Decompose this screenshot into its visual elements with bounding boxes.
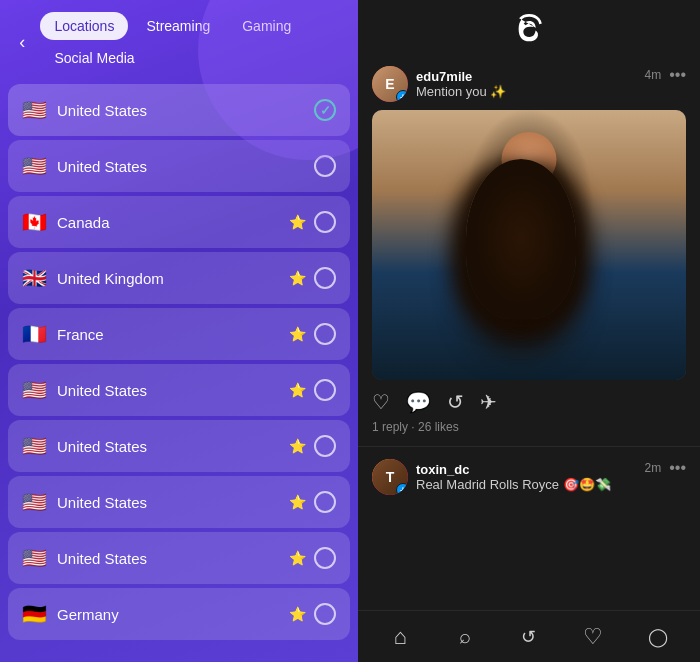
profile-nav-button[interactable]: ◯ (638, 617, 678, 657)
star-icon: ⭐ (289, 270, 306, 286)
check-icon[interactable] (314, 435, 336, 457)
check-icon[interactable] (314, 603, 336, 625)
flag-icon: 🇫🇷 (22, 322, 47, 346)
star-icon: ⭐ (289, 550, 306, 566)
flag-icon: 🇺🇸 (22, 434, 47, 458)
post-username: edu7mile (416, 69, 506, 84)
bottom-nav: ⌂ ⌕ ↺ ♡ ◯ (358, 610, 700, 662)
list-item[interactable]: 🇺🇸 United States ⭐ (8, 532, 350, 584)
more-options-button[interactable]: ••• (669, 459, 686, 477)
location-name: United States (57, 438, 147, 455)
tab-locations[interactable]: Locations (40, 12, 128, 40)
star-icon: ⭐ (289, 214, 306, 230)
list-item[interactable]: 🇺🇸 United States ⭐ (8, 364, 350, 416)
star-icon: ⭐ (289, 382, 306, 398)
right-panel: E + edu7mile Mention you ✨ 4m ••• (358, 0, 700, 662)
post-actions: ♡ 💬 ↺ ✈ (372, 390, 686, 414)
check-icon[interactable] (314, 491, 336, 513)
post-time: 4m (645, 68, 662, 82)
post-card: E + edu7mile Mention you ✨ 4m ••• (358, 54, 700, 447)
back-button[interactable]: ‹ (10, 27, 34, 57)
check-icon[interactable] (314, 155, 336, 177)
flag-icon: 🇨🇦 (22, 210, 47, 234)
list-item[interactable]: 🇩🇪 Germany ⭐ (8, 588, 350, 640)
location-name: United Kingdom (57, 270, 164, 287)
flag-icon: 🇺🇸 (22, 546, 47, 570)
check-icon[interactable] (314, 323, 336, 345)
flag-icon: 🇩🇪 (22, 602, 47, 626)
check-icon[interactable] (314, 547, 336, 569)
location-name: France (57, 326, 104, 343)
threads-logo (514, 14, 544, 44)
search-nav-button[interactable]: ⌕ (445, 617, 485, 657)
feed: E + edu7mile Mention you ✨ 4m ••• (358, 54, 700, 610)
share-button[interactable]: ✈ (480, 390, 497, 414)
post-image-fill (372, 110, 686, 380)
activity-nav-button[interactable]: ↺ (509, 617, 549, 657)
list-item[interactable]: 🇺🇸 United States (8, 140, 350, 192)
left-header: ‹ Locations Streaming Gaming Social Medi… (0, 0, 358, 80)
star-icon: ⭐ (289, 494, 306, 510)
flag-icon: 🇺🇸 (22, 490, 47, 514)
location-name: Canada (57, 214, 110, 231)
tab-streaming[interactable]: Streaming (132, 12, 224, 40)
star-icon: ⭐ (289, 326, 306, 342)
app-header (358, 0, 700, 54)
tab-social-media[interactable]: Social Media (40, 44, 148, 72)
more-options-button[interactable]: ••• (669, 66, 686, 84)
comment-button[interactable]: 💬 (406, 390, 431, 414)
check-icon[interactable] (314, 267, 336, 289)
post-caption: Mention you ✨ (416, 84, 506, 99)
likes-nav-button[interactable]: ♡ (573, 617, 613, 657)
list-item[interactable]: 🇺🇸 United States ⭐ (8, 476, 350, 528)
repost-button[interactable]: ↺ (447, 390, 464, 414)
flag-icon: 🇺🇸 (22, 154, 47, 178)
location-name: United States (57, 494, 147, 511)
post-image (372, 110, 686, 380)
tab-gaming[interactable]: Gaming (228, 12, 305, 40)
location-name: United States (57, 158, 147, 175)
post-header: E + edu7mile Mention you ✨ 4m ••• (372, 66, 686, 102)
check-icon[interactable] (314, 99, 336, 121)
post-time: 2m (645, 461, 662, 475)
list-item[interactable]: 🇬🇧 United Kingdom ⭐ (8, 252, 350, 304)
location-name: United States (57, 102, 147, 119)
star-icon: ⭐ (289, 438, 306, 454)
left-panel: ‹ Locations Streaming Gaming Social Medi… (0, 0, 358, 662)
follow-plus-icon: + (396, 483, 408, 495)
list-item[interactable]: 🇫🇷 France ⭐ (8, 308, 350, 360)
location-name: United States (57, 382, 147, 399)
location-list: 🇺🇸 United States 🇺🇸 United States 🇨🇦 Can… (0, 80, 358, 662)
post-header: T + toxin_dc Real Madrid Rolls Royce 🎯🤩💸… (372, 459, 686, 495)
check-icon[interactable] (314, 211, 336, 233)
list-item[interactable]: 🇺🇸 United States (8, 84, 350, 136)
post-card: T + toxin_dc Real Madrid Rolls Royce 🎯🤩💸… (358, 447, 700, 515)
like-button[interactable]: ♡ (372, 390, 390, 414)
star-icon: ⭐ (289, 606, 306, 622)
post-caption: Real Madrid Rolls Royce 🎯🤩💸 (416, 477, 611, 492)
list-item[interactable]: 🇨🇦 Canada ⭐ (8, 196, 350, 248)
tabs-container: Locations Streaming Gaming Social Media (40, 12, 348, 72)
location-name: United States (57, 550, 147, 567)
post-stats: 1 reply · 26 likes (372, 420, 686, 434)
avatar: E + (372, 66, 408, 102)
flag-icon: 🇬🇧 (22, 266, 47, 290)
check-icon[interactable] (314, 379, 336, 401)
post-username: toxin_dc (416, 462, 611, 477)
avatar: T + (372, 459, 408, 495)
home-nav-button[interactable]: ⌂ (380, 617, 420, 657)
flag-icon: 🇺🇸 (22, 378, 47, 402)
list-item[interactable]: 🇺🇸 United States ⭐ (8, 420, 350, 472)
follow-plus-icon: + (396, 90, 408, 102)
location-name: Germany (57, 606, 119, 623)
flag-icon: 🇺🇸 (22, 98, 47, 122)
